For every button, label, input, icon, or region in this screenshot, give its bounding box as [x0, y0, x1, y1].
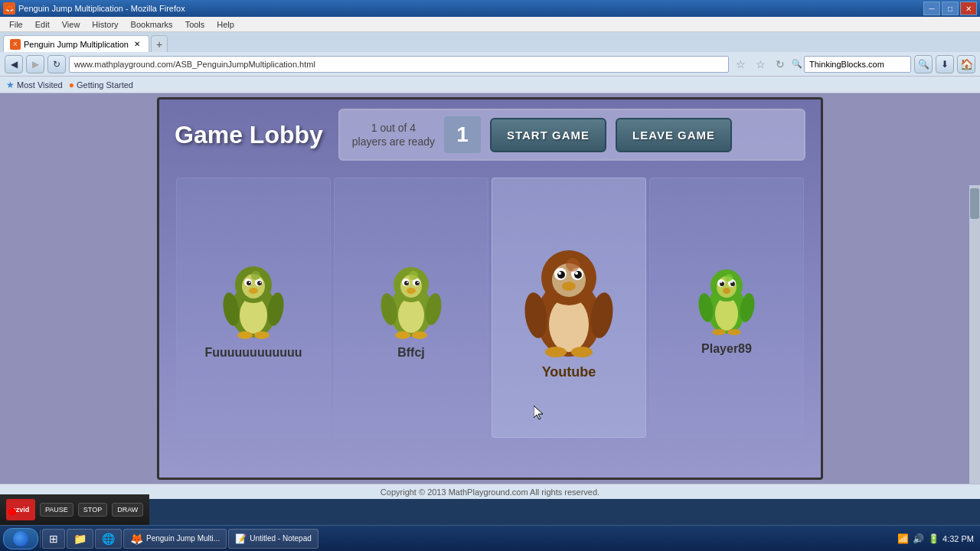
- taskbar-firefox[interactable]: 🦊 Penguin Jump Multi...: [123, 529, 227, 549]
- menu-view[interactable]: View: [56, 18, 87, 31]
- network-icon: 📶: [897, 533, 909, 545]
- penguin-avatar-1: [219, 256, 288, 340]
- player-count-badge: 1: [444, 116, 481, 153]
- svg-point-15: [251, 271, 260, 280]
- menu-tools[interactable]: Tools: [179, 18, 211, 31]
- start-game-button[interactable]: START GAME: [490, 118, 606, 152]
- svg-point-39: [574, 271, 582, 279]
- firefox-taskbar-icon: 🦊: [130, 533, 143, 545]
- players-area: Fuuuuuuuuuuuu: [159, 170, 821, 445]
- menu-edit[interactable]: Edit: [29, 18, 56, 31]
- reload-button[interactable]: ↻: [772, 56, 789, 73]
- svg-point-14: [254, 331, 270, 339]
- firefox-taskbar-label: Penguin Jump Multi...: [146, 534, 220, 543]
- player-name-4: Player89: [701, 342, 752, 356]
- taskbar-show-desktop[interactable]: ⊞: [42, 529, 65, 549]
- search-input[interactable]: [804, 56, 911, 73]
- game-lobby-header: Game Lobby 1 out of 4 players are ready …: [159, 99, 821, 170]
- time-area: 4:32 PM: [942, 534, 974, 543]
- svg-point-42: [562, 282, 576, 291]
- menu-bar: File Edit View History Bookmarks Tools H…: [0, 17, 980, 32]
- title-bar-controls[interactable]: ─ □ ✕: [923, 2, 977, 15]
- address-input[interactable]: [69, 56, 729, 73]
- game-lobby-title: Game Lobby: [175, 121, 323, 149]
- tab-favicon: X: [10, 39, 21, 50]
- home-button[interactable]: 🏠: [957, 55, 975, 73]
- svg-point-25: [417, 282, 419, 283]
- notepad-taskbar-label: Untitled - Notepad: [250, 534, 312, 543]
- title-bar: 🦊 Penguin Jump Multiplication - Mozilla …: [0, 0, 980, 17]
- search-go-button[interactable]: 🔍: [914, 55, 933, 73]
- bookmark-star2-button[interactable]: ☆: [752, 56, 769, 73]
- svg-point-7: [257, 281, 262, 285]
- game-container: Game Lobby 1 out of 4 players are ready …: [157, 97, 823, 480]
- svg-point-56: [720, 282, 722, 283]
- svg-point-61: [712, 329, 726, 335]
- menu-file[interactable]: File: [3, 18, 29, 31]
- maximize-button[interactable]: □: [942, 2, 959, 15]
- menu-bookmarks[interactable]: Bookmarks: [125, 18, 179, 31]
- menu-help[interactable]: Help: [211, 18, 240, 31]
- penguin-avatar-4: [696, 259, 757, 336]
- most-visited-label: Most Visited: [17, 80, 63, 90]
- back-button[interactable]: ◀: [5, 55, 23, 73]
- svg-point-57: [731, 282, 733, 283]
- tab-close-button[interactable]: ✕: [132, 39, 142, 50]
- close-button[interactable]: ✕: [960, 2, 977, 15]
- download-button[interactable]: ⬇: [936, 55, 954, 73]
- player-name-3: Youtube: [542, 364, 596, 380]
- svg-point-22: [404, 281, 409, 285]
- svg-point-63: [725, 274, 733, 282]
- svg-point-13: [237, 331, 253, 339]
- windows-orb: [13, 531, 28, 546]
- svg-point-24: [407, 282, 408, 283]
- svg-point-17: [398, 298, 424, 333]
- svg-point-45: [545, 347, 567, 357]
- svg-point-49: [715, 297, 738, 331]
- search-area: 🔍: [792, 56, 911, 73]
- svg-point-23: [415, 281, 420, 285]
- svg-point-62: [727, 329, 741, 335]
- scroll-thumb[interactable]: [970, 188, 979, 219]
- tab-bar: X Penguin Jump Multiplication ✕ +: [0, 32, 980, 52]
- taskbar-notepad[interactable]: 📝 Untitled - Notepad: [228, 529, 318, 549]
- bookmark-getting-started[interactable]: ● Getting Started: [69, 80, 133, 90]
- player-card-4: Player89: [649, 178, 804, 438]
- notepad-taskbar-icon: 📝: [235, 533, 247, 544]
- player-card-1: Fuuuuuuuuuuuu: [176, 178, 331, 438]
- taskbar-ie[interactable]: 🌐: [95, 529, 122, 549]
- time-display: 4:32 PM: [942, 534, 974, 543]
- getting-started-label: Getting Started: [77, 80, 133, 90]
- taskbar-divider-1: [40, 530, 41, 548]
- forward-button[interactable]: ▶: [26, 55, 44, 73]
- penguin-avatar-2: [377, 256, 446, 340]
- svg-point-55: [730, 282, 735, 286]
- svg-point-6: [247, 281, 251, 285]
- bookmark-most-visited[interactable]: ★ Most Visited: [6, 80, 63, 90]
- pause-button[interactable]: PAUSE: [40, 503, 74, 517]
- menu-history[interactable]: History: [86, 18, 124, 31]
- scrollbar[interactable]: [969, 185, 980, 484]
- active-tab[interactable]: X Penguin Jump Multiplication ✕: [3, 35, 149, 52]
- leave-game-button[interactable]: LEAVE GAME: [616, 118, 732, 152]
- title-bar-left: 🦊 Penguin Jump Multiplication - Mozilla …: [3, 2, 185, 15]
- refresh-button[interactable]: ↻: [47, 55, 66, 73]
- svg-point-54: [720, 282, 724, 286]
- svg-point-10: [249, 288, 258, 294]
- minimize-button[interactable]: ─: [923, 2, 940, 15]
- taskbar-right: 📶 🔊 🔋 4:32 PM: [897, 533, 977, 545]
- new-tab-button[interactable]: +: [151, 35, 168, 52]
- start-button[interactable]: [3, 528, 38, 549]
- players-ready-line2: players are ready: [352, 135, 435, 148]
- svg-point-31: [409, 271, 418, 280]
- taskbar-files[interactable]: 📁: [67, 529, 93, 549]
- stop-button[interactable]: STOP: [78, 503, 107, 517]
- draw-button[interactable]: DRAW: [112, 503, 143, 517]
- svg-point-40: [558, 272, 561, 275]
- volume-icon: 🔊: [912, 533, 924, 545]
- players-ready-line1: 1 out of 4: [352, 121, 435, 135]
- svg-point-38: [557, 271, 565, 279]
- bookmark-star-button[interactable]: ☆: [732, 56, 749, 73]
- player-name-2: Bffcj: [397, 346, 425, 360]
- bookmarks-bar: ★ Most Visited ● Getting Started: [0, 77, 980, 93]
